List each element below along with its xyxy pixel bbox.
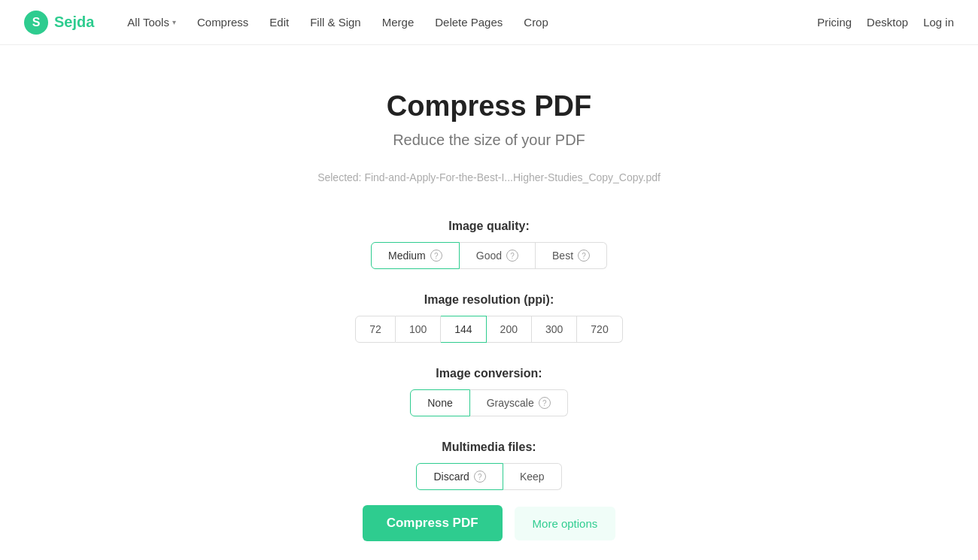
options-section: Image quality: Medium ? Good ? Best ? Im… (263, 219, 715, 490)
image-conversion-label: Image conversion: (436, 367, 542, 380)
image-resolution-group: Image resolution (ppi): 72 100 144 200 3… (263, 293, 715, 343)
image-resolution-buttons: 72 100 144 200 300 720 (355, 316, 622, 343)
navbar: S Sejda All Tools ▾ Compress Edit Fill &… (0, 0, 978, 45)
nav-compress[interactable]: Compress (188, 10, 257, 35)
discard-help-icon[interactable]: ? (474, 471, 486, 483)
nav-crop[interactable]: Crop (515, 10, 557, 35)
multimedia-files-group: Multimedia files: Discard ? Keep (263, 440, 715, 490)
logo-text: Sejda (54, 14, 94, 31)
quality-best-button[interactable]: Best ? (536, 242, 607, 269)
logo-icon: S (24, 11, 48, 35)
nav-links: All Tools ▾ Compress Edit Fill & Sign Me… (118, 10, 817, 35)
quality-good-button[interactable]: Good ? (460, 242, 536, 269)
res-100-button[interactable]: 100 (396, 316, 441, 343)
nav-right: Pricing Desktop Log in (817, 16, 954, 29)
res-200-button[interactable]: 200 (487, 316, 532, 343)
page-subtitle: Reduce the size of your PDF (393, 132, 585, 149)
res-72-button[interactable]: 72 (355, 316, 396, 343)
nav-edit[interactable]: Edit (260, 10, 298, 35)
res-144-button[interactable]: 144 (441, 316, 486, 343)
good-help-icon[interactable]: ? (506, 250, 518, 262)
nav-delete-pages[interactable]: Delete Pages (426, 10, 512, 35)
nav-login[interactable]: Log in (923, 16, 954, 29)
image-resolution-label: Image resolution (ppi): (424, 293, 554, 307)
chevron-down-icon: ▾ (172, 18, 176, 26)
nav-pricing[interactable]: Pricing (817, 16, 852, 29)
medium-help-icon[interactable]: ? (430, 250, 442, 262)
image-quality-label: Image quality: (448, 219, 530, 233)
res-720-button[interactable]: 720 (577, 316, 622, 343)
grayscale-help-icon[interactable]: ? (539, 397, 551, 409)
quality-medium-button[interactable]: Medium ? (371, 242, 460, 269)
compress-pdf-button[interactable]: Compress PDF (363, 505, 503, 541)
nav-desktop[interactable]: Desktop (867, 16, 908, 29)
conversion-none-button[interactable]: None (410, 389, 469, 416)
image-conversion-buttons: None Grayscale ? (410, 389, 568, 416)
action-row: Compress PDF More options (363, 505, 616, 541)
conversion-grayscale-button[interactable]: Grayscale ? (470, 389, 568, 416)
main-content: Compress PDF Reduce the size of your PDF… (0, 45, 978, 560)
logo[interactable]: S Sejda (24, 11, 94, 35)
image-quality-group: Image quality: Medium ? Good ? Best ? (263, 219, 715, 269)
nav-merge[interactable]: Merge (373, 10, 424, 35)
image-conversion-group: Image conversion: None Grayscale ? (263, 367, 715, 416)
best-help-icon[interactable]: ? (578, 250, 590, 262)
multimedia-keep-button[interactable]: Keep (503, 463, 562, 490)
multimedia-discard-button[interactable]: Discard ? (416, 463, 503, 490)
image-quality-buttons: Medium ? Good ? Best ? (371, 242, 607, 269)
page-title: Compress PDF (387, 90, 591, 123)
multimedia-files-label: Multimedia files: (442, 440, 536, 454)
nav-all-tools[interactable]: All Tools ▾ (118, 10, 185, 35)
selected-file-label: Selected: Find-and-Apply-For-the-Best-I.… (317, 171, 661, 183)
res-300-button[interactable]: 300 (532, 316, 577, 343)
multimedia-files-buttons: Discard ? Keep (416, 463, 561, 490)
more-options-button[interactable]: More options (515, 507, 616, 540)
nav-fill-sign[interactable]: Fill & Sign (301, 10, 370, 35)
